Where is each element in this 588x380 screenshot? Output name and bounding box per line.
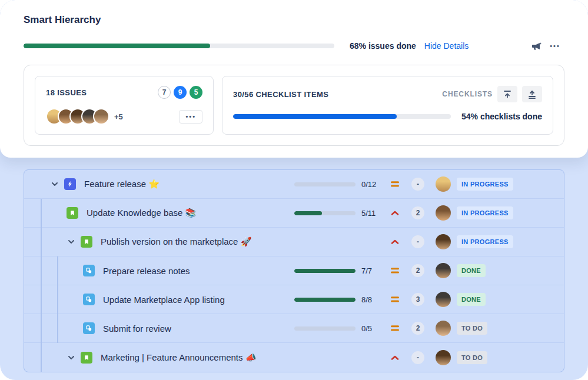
checklist-count-badge[interactable]: 2 bbox=[411, 322, 424, 335]
chevron-down-icon[interactable] bbox=[67, 353, 81, 362]
issue-title[interactable]: Feature release ⭐ bbox=[84, 179, 165, 189]
priority-high-icon bbox=[391, 238, 399, 245]
epic-issue-type-icon bbox=[64, 178, 76, 190]
issues-progress-row: 68% issues done Hide Details ••• bbox=[24, 38, 564, 54]
priority-column bbox=[384, 209, 406, 216]
row-left: Feature release ⭐ bbox=[24, 178, 294, 190]
table-row[interactable]: Submit for review 0/5 2 TO DO bbox=[24, 314, 564, 343]
priority-high-icon bbox=[391, 354, 399, 361]
row-left: Marketing | Feature Announcements 📣 bbox=[24, 352, 294, 364]
row-progress-track bbox=[294, 298, 356, 302]
status-column: IN PROGRESS bbox=[457, 235, 526, 248]
table-row[interactable]: Publish version on the marketplace 🚀 - I… bbox=[24, 228, 564, 256]
hide-details-link[interactable]: Hide Details bbox=[424, 41, 469, 51]
checklist-count-column: - bbox=[406, 351, 430, 364]
issue-count-badge[interactable]: 9 bbox=[174, 86, 187, 99]
row-left: Prepare release notes bbox=[24, 265, 294, 276]
priority-medium-icon bbox=[391, 325, 399, 332]
hierarchy-table: Feature release ⭐ 0/12 - IN PROGRESS bbox=[24, 169, 564, 372]
collapse-all-button[interactable] bbox=[497, 86, 517, 102]
page-title: Smart Hierarchy bbox=[24, 14, 564, 26]
status-badge[interactable]: DONE bbox=[457, 264, 486, 277]
issue-title[interactable]: Publish version on the marketplace 🚀 bbox=[101, 236, 257, 247]
announcements-button[interactable] bbox=[527, 38, 546, 54]
row-progress-count: 0/12 bbox=[361, 180, 383, 189]
checklist-count-badge[interactable]: 2 bbox=[411, 206, 424, 219]
priority-column bbox=[384, 267, 406, 274]
more-dots-icon: ••• bbox=[185, 114, 196, 120]
priority-medium-icon bbox=[391, 296, 399, 303]
status-badge[interactable]: IN PROGRESS bbox=[457, 206, 513, 219]
status-badge[interactable]: TO DO bbox=[457, 351, 487, 364]
issue-title[interactable]: Update Marketplace App listing bbox=[103, 295, 231, 305]
issue-title[interactable]: Submit for review bbox=[103, 324, 177, 334]
issue-count-badge[interactable]: 7 bbox=[158, 86, 171, 99]
assignee-avatar[interactable] bbox=[436, 234, 451, 249]
checklist-count-badge[interactable]: 2 bbox=[411, 264, 424, 277]
assignee-column bbox=[430, 234, 457, 249]
row-progress-column bbox=[294, 240, 384, 244]
issues-more-button[interactable]: ••• bbox=[179, 110, 202, 124]
status-column: DONE bbox=[457, 264, 526, 277]
issues-summary-card: 18 ISSUES 795 +5 ••• bbox=[35, 76, 214, 135]
row-left: Update Marketplace App listing bbox=[24, 294, 294, 305]
checklist-count-column: 2 bbox=[406, 264, 430, 277]
checklist-count-badge[interactable]: - bbox=[411, 178, 424, 191]
assignee-avatar[interactable] bbox=[436, 321, 451, 336]
status-badge[interactable]: DONE bbox=[457, 293, 486, 306]
expand-all-button[interactable] bbox=[522, 86, 542, 102]
priority-column bbox=[384, 296, 406, 303]
row-left: Publish version on the marketplace 🚀 bbox=[24, 236, 294, 248]
issue-title[interactable]: Marketing | Feature Announcements 📣 bbox=[101, 352, 262, 363]
checklist-count-column: 2 bbox=[406, 322, 430, 335]
avatar[interactable] bbox=[93, 108, 109, 125]
checklist-count-badge[interactable]: - bbox=[411, 235, 424, 248]
subtask-issue-type-icon bbox=[83, 294, 95, 305]
priority-column bbox=[384, 325, 406, 332]
status-badge[interactable]: IN PROGRESS bbox=[457, 235, 513, 248]
assignee-avatar[interactable] bbox=[436, 176, 451, 192]
checklist-count-column: - bbox=[406, 235, 430, 248]
status-column: TO DO bbox=[457, 322, 526, 335]
row-progress-track bbox=[294, 182, 356, 186]
checklists-label: CHECKLISTS bbox=[442, 90, 493, 98]
subtask-issue-type-icon bbox=[83, 322, 95, 334]
priority-column bbox=[384, 354, 406, 361]
assignee-avatar[interactable] bbox=[436, 205, 451, 221]
issue-count-badge[interactable]: 5 bbox=[190, 86, 202, 99]
row-left: Submit for review bbox=[24, 322, 294, 334]
row-progress-count: 8/8 bbox=[361, 295, 383, 304]
assignee-avatar[interactable] bbox=[436, 350, 451, 365]
issue-count-badges: 795 bbox=[158, 86, 202, 99]
checklist-count-badge[interactable]: - bbox=[411, 351, 424, 364]
row-progress-count: 7/7 bbox=[361, 266, 383, 275]
assignee-column bbox=[430, 263, 457, 278]
status-badge[interactable]: IN PROGRESS bbox=[457, 178, 513, 191]
header-more-button[interactable]: ••• bbox=[546, 38, 564, 54]
assignee-column bbox=[430, 205, 457, 221]
issue-title[interactable]: Prepare release notes bbox=[103, 266, 196, 276]
issue-title[interactable]: Update Knowledge base 📚 bbox=[87, 208, 202, 218]
table-row[interactable]: Feature release ⭐ 0/12 - IN PROGRESS bbox=[24, 170, 564, 199]
assignee-avatar[interactable] bbox=[436, 263, 451, 278]
chevron-down-icon[interactable] bbox=[50, 179, 64, 189]
table-row[interactable]: Update Knowledge base 📚 5/11 2 IN PROGRE… bbox=[24, 199, 564, 228]
row-progress-fill bbox=[294, 211, 322, 215]
subtask-issue-type-icon bbox=[83, 265, 95, 276]
row-progress-column: 0/12 bbox=[294, 180, 384, 189]
table-row[interactable]: Prepare release notes 7/7 2 DONE bbox=[24, 256, 564, 285]
issues-avatars bbox=[46, 108, 109, 125]
assignee-avatar[interactable] bbox=[436, 292, 451, 307]
chevron-down-icon[interactable] bbox=[67, 237, 81, 246]
status-column: IN PROGRESS bbox=[457, 206, 526, 219]
row-progress-track bbox=[294, 211, 356, 215]
table-row[interactable]: Marketing | Feature Announcements 📣 - TO… bbox=[24, 343, 564, 372]
row-progress-fill bbox=[294, 298, 356, 302]
row-progress-fill bbox=[294, 269, 356, 273]
table-row[interactable]: Update Marketplace App listing 8/8 3 DON… bbox=[24, 285, 564, 314]
checklist-count-badge[interactable]: 3 bbox=[411, 293, 424, 306]
issues-progress-track bbox=[24, 44, 334, 48]
assignee-column bbox=[430, 350, 457, 365]
assignee-column bbox=[430, 292, 457, 307]
status-badge[interactable]: TO DO bbox=[457, 322, 487, 335]
